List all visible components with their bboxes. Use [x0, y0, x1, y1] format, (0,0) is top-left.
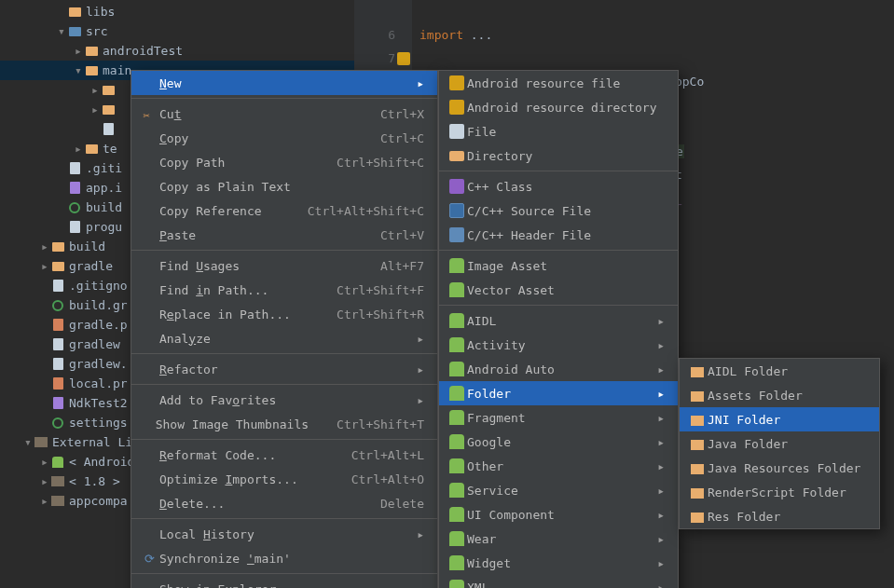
si-fold-icon — [687, 438, 708, 450]
menu-item-label: Widget — [467, 556, 644, 570]
new-submenu[interactable]: Android resource fileAndroid resource di… — [438, 70, 679, 588]
new-widget[interactable]: Widget▸ — [439, 551, 678, 575]
tree-node-label: < Android — [69, 455, 134, 469]
tree-node-androidTest[interactable]: ▸androidTest — [0, 41, 354, 61]
ctx-refactor[interactable]: Refactor▸ — [131, 357, 437, 381]
file-icon — [101, 122, 116, 137]
ctx-show-image-thumbnails[interactable]: Show Image ThumbnailsCtrl+Shift+T — [131, 412, 437, 436]
new-android-auto[interactable]: Android Auto▸ — [439, 357, 678, 381]
si-icon — [447, 151, 467, 161]
tree-node-libs[interactable]: libs — [0, 2, 354, 21]
ctx-paste[interactable]: PasteCtrl+V — [131, 223, 437, 247]
si-fold-icon — [687, 365, 708, 377]
ctx-reformat-code-[interactable]: Reformat Code...Ctrl+Alt+L — [131, 443, 437, 467]
new-c-class[interactable]: C++ Class — [439, 174, 678, 198]
ctx-cut[interactable]: CutCtrl+X — [131, 102, 437, 126]
submenu-arrow-icon: ▸ — [657, 532, 665, 546]
expand-arrow[interactable]: ▸ — [73, 142, 84, 156]
ctx-show-in-explorer[interactable]: Show in Explorer — [131, 577, 437, 588]
ctx-find-usages[interactable]: Find UsagesAlt+F7 — [131, 253, 437, 278]
new-aidl[interactable]: AIDL▸ — [439, 308, 678, 333]
tree-node-label: External Li — [52, 435, 132, 449]
si si-s-icon — [447, 179, 467, 194]
ctx-copy-reference[interactable]: Copy ReferenceCtrl+Alt+Shift+C — [131, 198, 437, 223]
new-wear[interactable]: Wear▸ — [439, 526, 678, 551]
new-fragment[interactable]: Fragment▸ — [439, 405, 678, 430]
new-c-c-source-file[interactable]: C/C++ Source File — [439, 198, 678, 223]
folder-res-folder[interactable]: Res Folder — [680, 504, 879, 528]
ctx-analyze[interactable]: Analyze▸ — [131, 326, 437, 350]
ctx-replace-in-path-[interactable]: Replace in Path...Ctrl+Shift+R — [131, 302, 437, 326]
shortcut-label: Ctrl+V — [380, 228, 424, 242]
tree-node-label: src — [86, 24, 107, 38]
expand-arrow[interactable]: ▸ — [39, 259, 50, 273]
code-line[interactable]: import ... — [419, 23, 894, 47]
file-icon — [67, 220, 82, 235]
folder-submenu[interactable]: AIDL FolderAssets FolderJNI FolderJava F… — [679, 358, 880, 529]
expand-arrow[interactable]: ▸ — [89, 83, 101, 97]
ctx-copy-as-plain-text[interactable]: Copy as Plain Text — [131, 174, 437, 198]
menu-item-label: Copy as Plain Text — [159, 180, 424, 194]
folder-jni-folder[interactable]: JNI Folder — [680, 407, 879, 431]
tree-node-label: local.pr — [69, 376, 128, 390]
new-c-c-header-file[interactable]: C/C++ Header File — [439, 223, 678, 247]
submenu-arrow-icon: ▸ — [657, 314, 665, 328]
ctx-delete-[interactable]: Delete...Delete — [131, 491, 437, 515]
menu-item-label: Reformat Code... — [159, 448, 323, 462]
new-activity[interactable]: Activity▸ — [439, 333, 678, 357]
code-line[interactable] — [419, 47, 894, 70]
file-icon — [50, 376, 65, 391]
folder-assets-folder[interactable]: Assets Folder — [680, 383, 879, 407]
folder-java-resources-folder[interactable]: Java Resources Folder — [680, 456, 879, 480]
ctx-synchronize-main-[interactable]: ⟳Synchronize 'main' — [131, 546, 437, 570]
new-xml[interactable]: XML▸ — [439, 575, 678, 588]
expand-arrow[interactable]: ▸ — [39, 474, 50, 488]
menu-item-label: Copy Path — [159, 156, 309, 170]
tree-node-label: build — [86, 200, 122, 214]
ctx-new[interactable]: New▸ — [131, 71, 437, 95]
folder-aidl-folder[interactable]: AIDL Folder — [680, 359, 879, 383]
new-google[interactable]: Google▸ — [439, 430, 678, 454]
expand-arrow[interactable]: ▸ — [89, 103, 101, 116]
line-number: 7 — [354, 47, 395, 70]
submenu-arrow-icon: ▸ — [657, 338, 665, 352]
code-line[interactable] — [419, 0, 894, 23]
context-menu[interactable]: New▸CutCtrl+XCopyCtrl+CCopy PathCtrl+Shi… — [131, 70, 438, 588]
new-android-resource-file[interactable]: Android resource file — [439, 71, 678, 95]
new-image-asset[interactable]: Image Asset — [439, 253, 678, 278]
si si-and-icon — [447, 434, 467, 449]
new-ui-component[interactable]: UI Component▸ — [439, 502, 678, 526]
expand-arrow[interactable]: ▾ — [56, 24, 67, 38]
menu-item-label: Cut — [159, 107, 352, 121]
new-folder[interactable]: Folder▸ — [439, 381, 678, 405]
ctx-add-to-favorites[interactable]: Add to Favorites▸ — [131, 388, 437, 412]
folder-renderscript-folder[interactable]: RenderScript Folder — [680, 480, 879, 504]
file-icon — [67, 181, 82, 196]
submenu-arrow-icon: ▸ — [657, 411, 665, 425]
si si-y-icon — [447, 100, 467, 115]
ctx-find-in-path-[interactable]: Find in Path...Ctrl+Shift+F — [131, 278, 437, 302]
ctx-copy[interactable]: CopyCtrl+C — [131, 126, 437, 150]
expand-arrow[interactable]: ▸ — [73, 44, 84, 58]
tree-node-src[interactable]: ▾src — [0, 21, 354, 41]
expand-arrow[interactable]: ▸ — [39, 455, 50, 469]
folder-icon — [67, 24, 82, 39]
new-file[interactable]: File — [439, 119, 678, 144]
expand-arrow[interactable]: ▸ — [39, 239, 50, 253]
new-directory[interactable]: Directory — [439, 144, 678, 168]
ctx-optimize-imports-[interactable]: Optimize Imports...Ctrl+Alt+O — [131, 467, 437, 491]
new-android-resource-directory[interactable]: Android resource directory — [439, 95, 678, 119]
submenu-arrow-icon: ▸ — [657, 435, 665, 449]
expand-arrow[interactable]: ▾ — [73, 63, 84, 77]
menu-item-label: Folder — [467, 387, 644, 401]
ctx-local-history[interactable]: Local History▸ — [131, 522, 437, 546]
new-other[interactable]: Other▸ — [439, 454, 678, 478]
folder-java-folder[interactable]: Java Folder — [680, 431, 879, 456]
file-icon — [50, 416, 65, 431]
new-vector-asset[interactable]: Vector Asset — [439, 278, 678, 302]
expand-arrow[interactable]: ▸ — [39, 494, 50, 508]
ctx-copy-path[interactable]: Copy PathCtrl+Shift+C — [131, 150, 437, 174]
new-service[interactable]: Service▸ — [439, 478, 678, 502]
expand-arrow[interactable]: ▾ — [22, 435, 34, 449]
submenu-arrow-icon: ▸ — [657, 581, 665, 589]
